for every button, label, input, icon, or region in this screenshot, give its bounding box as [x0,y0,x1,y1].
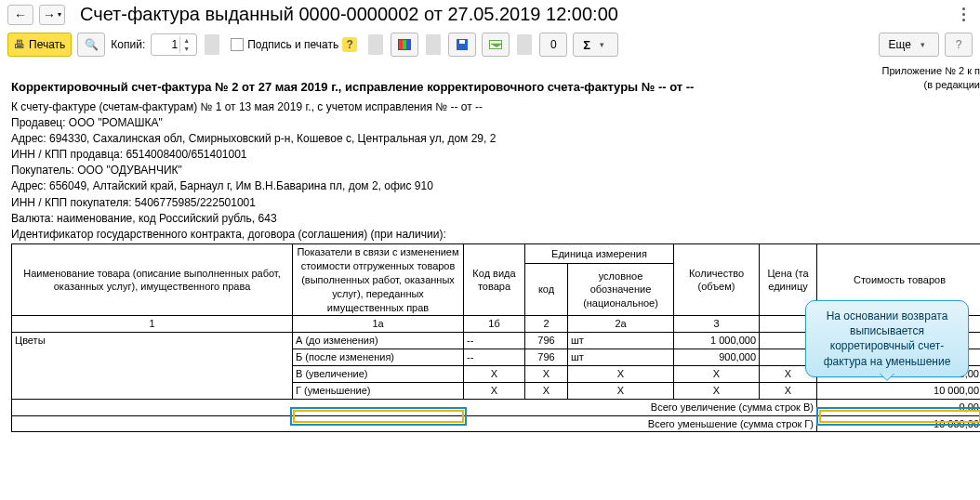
zero-icon [550,38,557,51]
total-decrease: Всего уменьшение (сумма строк Г) 10 000,… [12,415,981,432]
hdr-qty: Количество (объем) [674,244,760,316]
forward-arrow-icon: → [43,7,56,22]
hdr-type-code: Код вида товара [464,244,525,316]
title-bar: ← → ▾ Счет-фактура выданный 0000-0000002… [0,0,980,33]
hdr-unit: Единица измерения [525,244,674,264]
more-label: Еще [889,38,911,51]
callout-text: На основании возврата выписывается корре… [824,309,951,368]
sign-print-label: Подпись и печать [247,38,338,51]
back-button[interactable]: ← [7,5,33,25]
sign-print-checkbox[interactable] [231,38,244,51]
seller-inn: ИНН / КПП продавца: 6514008400/651401001 [11,147,980,162]
copies-up[interactable]: ▲ [179,36,192,45]
item-name: Цветы [12,333,293,399]
copies-input[interactable] [152,38,179,51]
sign-print-group[interactable]: Подпись и печать ? [227,33,361,57]
appendix-note: Приложение № 2 к п (в редакции [882,64,980,92]
printer-icon [14,38,25,51]
preview-button[interactable] [77,33,105,57]
doc-ref: К счету-фактуре (счетам-фактурам) № 1 от… [11,99,980,114]
save-button[interactable] [448,33,476,57]
palette-button[interactable] [391,33,418,57]
annotation-callout: На основании возврата выписывается корре… [805,300,969,377]
doc-heading: Корректировочный счет-фактура № 2 от 27 … [11,79,980,96]
mail-icon [489,40,502,49]
hdr-unit-name: условное обозначение (национальное) [568,264,674,316]
copies-label: Копий: [111,38,145,51]
document-viewport[interactable]: Приложение № 2 к п (в редакции Корректир… [7,62,980,473]
buyer: Покупатель: ООО "ОДУВАНЧИК" [11,163,980,178]
print-button[interactable]: Печать [7,33,72,57]
save-icon [457,39,468,50]
buyer-address: Адрес: 656049, Алтайский край, Барнаул г… [11,178,980,193]
buyer-inn: ИНН / КПП покупателя: 5406775985/2225010… [11,195,980,210]
seller: Продавец: ООО "РОМАШКА" [11,115,980,130]
seller-address: Адрес: 694330, Сахалинская обл, Смирныхо… [11,131,980,146]
help-button[interactable]: ? [945,33,973,57]
copies-down[interactable]: ▼ [179,45,192,53]
toolbar: Печать Копий: ▲ ▼ Подпись и печать ? Еще… [0,33,980,62]
sigma-icon [583,38,590,52]
zoom-icon [85,38,99,51]
document: Приложение № 2 к п (в редакции Корректир… [7,62,980,432]
page-title: Счет-фактура выданный 0000-0000002 от 27… [80,4,618,25]
print-label: Печать [29,38,65,51]
total-increase: Всего увеличение (сумма строк В) 0,00 [12,399,981,415]
currency: Валюта: наименование, код Российский руб… [11,211,980,226]
kebab-menu[interactable] [954,7,973,21]
sign-print-help[interactable]: ? [342,37,357,52]
sigma-button[interactable] [573,33,618,57]
hdr-unit-code: код [525,264,568,316]
forward-drop-icon: ▾ [58,10,61,19]
hdr-change: Показатели в связи с изменением стоимост… [293,244,464,316]
zero-button[interactable] [539,33,567,57]
palette-icon [398,39,411,50]
contract-id: Идентификатор государственного контракта… [11,227,980,242]
hdr-name: Наименование товара (описание выполненны… [12,244,293,316]
copies-spinner[interactable]: ▲ ▼ [151,33,197,56]
forward-button[interactable]: → ▾ [39,5,65,25]
mail-button[interactable] [482,33,510,57]
more-button[interactable]: Еще [879,33,939,57]
